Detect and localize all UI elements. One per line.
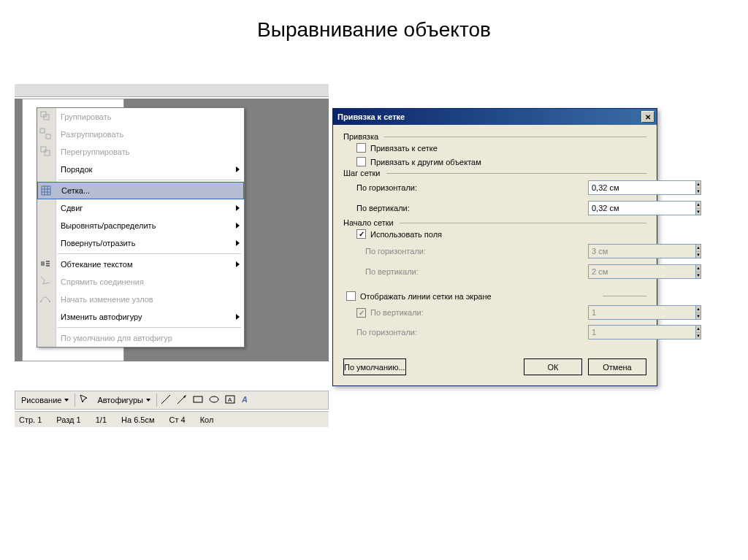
- svg-point-15: [210, 396, 218, 402]
- menu-nudge[interactable]: Сдвиг: [37, 199, 244, 217]
- spin-down-icon: ▼: [696, 272, 701, 279]
- svg-rect-4: [41, 147, 46, 152]
- spin-up-icon: ▲: [696, 306, 701, 313]
- spin-down-icon: ▼: [696, 313, 701, 320]
- svg-text:A: A: [241, 395, 248, 404]
- menu-straighten: Спрямить соединения: [37, 273, 244, 291]
- submenu-arrow-icon: [236, 261, 240, 267]
- status-line: Ст 4: [169, 415, 186, 424]
- drawing-menu-button[interactable]: Рисование: [18, 394, 72, 406]
- use-margins-checkbox[interactable]: [356, 229, 366, 239]
- select-objects-icon[interactable]: [78, 394, 91, 407]
- menu-ungroup: Разгруппировать: [37, 126, 244, 143]
- show-gridlines-label: Отображать линии сетки на экране: [360, 292, 597, 301]
- horizontal-spacing-input[interactable]: [588, 180, 695, 195]
- use-margins-label: Использовать поля: [370, 230, 646, 239]
- ellipse-tool-icon[interactable]: [208, 394, 221, 407]
- spin-up-icon: ▲: [696, 245, 701, 252]
- wrap-icon: [39, 258, 53, 271]
- display-vertical-spinner: ▲▼: [588, 305, 646, 320]
- vertical-spacing-spinner[interactable]: ▲▼: [588, 201, 646, 215]
- menu-label: По умолчанию для автофигур: [61, 334, 172, 342]
- close-icon: ✕: [645, 113, 651, 121]
- spin-down-icon: ▼: [696, 333, 701, 340]
- regroup-icon: [39, 145, 53, 158]
- menu-autoshape-defaults: По умолчанию для автофигур: [37, 329, 244, 347]
- grid-icon: [40, 185, 53, 198]
- spin-up-icon[interactable]: ▲: [696, 202, 701, 209]
- snap-to-objects-label: Привязать к другим объектам: [370, 158, 646, 166]
- display-horizontal-input: [588, 325, 695, 340]
- display-vertical-checkbox: [356, 308, 366, 318]
- menu-label: Повернуть/отразить: [61, 239, 135, 248]
- svg-text:A: A: [228, 396, 232, 403]
- origin-horizontal-input: [588, 244, 695, 258]
- spin-down-icon[interactable]: ▼: [696, 209, 701, 215]
- menu-separator: [58, 180, 241, 180]
- ungroup-icon: [39, 128, 53, 141]
- origin-vertical-spinner: ▲▼: [588, 264, 646, 279]
- dialog-button-row: По умолчанию... ОК Отмена: [333, 351, 657, 386]
- snap-to-grid-label: Привязать к сетке: [370, 144, 646, 153]
- page-title: Выравнивание объектов: [0, 0, 748, 49]
- drawing-context-menu: Группировать Разгруппировать Перегруппир…: [37, 107, 245, 348]
- svg-rect-6: [41, 261, 45, 266]
- menu-label: Разгруппировать: [61, 130, 123, 139]
- spin-up-icon: ▲: [696, 265, 701, 272]
- menu-separator: [58, 327, 241, 328]
- spin-down-icon[interactable]: ▼: [696, 188, 701, 195]
- dialog-title: Привязка к сетке: [337, 112, 405, 121]
- menu-separator: [58, 253, 241, 254]
- submenu-arrow-icon: [236, 240, 240, 246]
- status-at: На 6.5см: [121, 415, 154, 424]
- menu-regroup: Перегруппировать: [37, 143, 244, 161]
- origin-vertical-label: По вертикали:: [365, 267, 588, 276]
- ok-button[interactable]: ОК: [524, 358, 582, 375]
- menu-text-wrap[interactable]: Обтекание текстом: [37, 256, 244, 273]
- svg-rect-14: [194, 396, 202, 402]
- spin-up-icon: ▲: [696, 326, 701, 333]
- line-tool-icon[interactable]: [160, 394, 173, 407]
- menu-label: Спрямить соединения: [61, 277, 144, 286]
- dialog-body: Привязка Привязать к сетке Привязать к д…: [333, 125, 657, 351]
- origin-vertical-input: [588, 264, 695, 279]
- menu-order[interactable]: Порядок: [37, 161, 244, 178]
- vertical-spacing-input[interactable]: [588, 201, 695, 215]
- show-gridlines-checkbox[interactable]: [346, 291, 356, 301]
- display-horizontal-label: По горизонтали:: [356, 328, 588, 337]
- submenu-arrow-icon: [236, 314, 240, 320]
- svg-rect-3: [46, 134, 50, 139]
- origin-horizontal-spinner: ▲▼: [588, 244, 646, 258]
- edit-points-icon: [39, 293, 53, 306]
- close-button[interactable]: ✕: [641, 111, 654, 123]
- cancel-button[interactable]: Отмена: [588, 358, 646, 375]
- svg-line-13: [178, 396, 185, 404]
- menu-align-distribute[interactable]: Выровнять/распределить: [37, 217, 244, 234]
- defaults-button[interactable]: По умолчанию...: [343, 358, 406, 375]
- snap-to-objects-checkbox[interactable]: [356, 157, 366, 166]
- svg-rect-2: [40, 129, 45, 133]
- snap-to-grid-dialog: Привязка к сетке ✕ Привязка Привязать к …: [332, 108, 657, 386]
- snap-to-grid-checkbox[interactable]: [356, 143, 366, 153]
- display-vertical-input: [588, 305, 695, 320]
- submenu-arrow-icon: [236, 205, 240, 211]
- menu-rotate-flip[interactable]: Повернуть/отразить: [37, 234, 244, 252]
- rectangle-tool-icon[interactable]: [192, 394, 205, 407]
- menu-label: Сетка...: [61, 186, 90, 195]
- dialog-title-bar[interactable]: Привязка к сетке ✕: [333, 109, 657, 125]
- menu-change-autoshape[interactable]: Изменить автофигуру: [37, 308, 244, 326]
- spacing-group-label: Шаг сетки: [343, 169, 646, 177]
- autoshapes-menu-button[interactable]: Автофигуры: [94, 394, 153, 406]
- svg-rect-10: [40, 301, 42, 302]
- menu-label: Выровнять/распределить: [61, 221, 156, 230]
- status-section: Разд 1: [56, 415, 80, 424]
- textbox-tool-icon[interactable]: A: [224, 394, 237, 407]
- wordart-tool-icon[interactable]: A: [240, 394, 253, 407]
- menu-grid[interactable]: Сетка...: [37, 182, 244, 199]
- arrow-tool-icon[interactable]: [176, 394, 189, 407]
- spin-up-icon[interactable]: ▲: [696, 181, 701, 188]
- svg-rect-11: [49, 301, 50, 302]
- menu-label: Перегруппировать: [61, 147, 129, 156]
- horizontal-spacing-spinner[interactable]: ▲▼: [588, 180, 646, 195]
- group-icon: [39, 110, 53, 123]
